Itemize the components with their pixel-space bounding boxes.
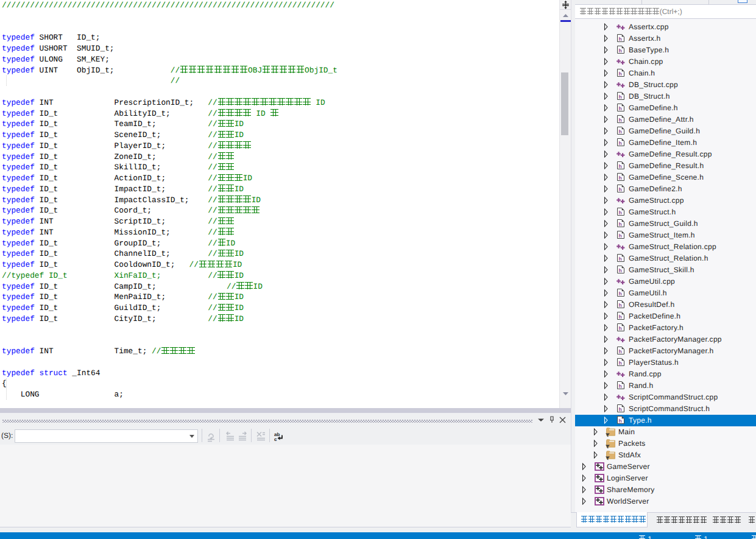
svg-text:h: h [619,348,622,354]
svg-text:h: h [619,175,622,181]
svg-text:c: c [274,437,277,442]
svg-text:h: h [619,383,622,389]
svg-text:h: h [619,105,622,111]
svg-text:h: h [619,221,622,227]
svg-text:h: h [619,36,622,42]
svg-text:h: h [619,117,622,123]
svg-text:h: h [619,186,622,192]
svg-text:h: h [619,233,622,239]
svg-text:h: h [619,94,622,100]
svg-text:h: h [619,256,622,262]
svg-text:h: h [619,360,622,366]
svg-text:h: h [619,314,622,320]
svg-text:h: h [619,267,622,273]
svg-text:h: h [619,163,622,169]
svg-text:h: h [619,291,622,297]
svg-text:h: h [619,71,622,77]
svg-text:h: h [619,302,622,308]
svg-text:h: h [619,406,622,412]
svg-text:h: h [619,325,622,331]
svg-text:h: h [619,210,622,216]
svg-text:h: h [619,418,622,424]
svg-text:h: h [619,48,622,54]
svg-text:h: h [619,140,622,146]
svg-text:h: h [619,129,622,135]
